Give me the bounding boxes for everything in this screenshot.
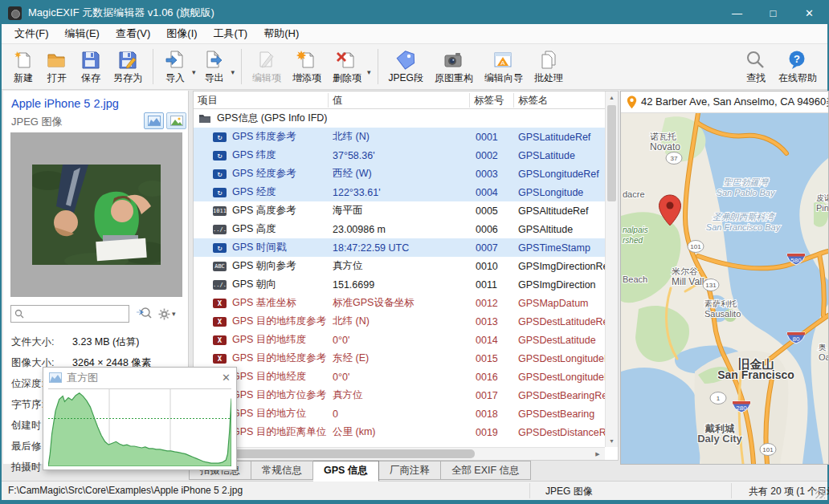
column-header-tagname[interactable]: 标签名 xyxy=(514,93,618,108)
add-item-button[interactable]: 增添项 xyxy=(288,47,326,87)
tag-value[interactable]: 真方位 xyxy=(329,388,470,402)
search-options-button[interactable]: ▾ xyxy=(158,308,176,320)
resize-grip[interactable] xyxy=(815,489,825,498)
table-row[interactable]: ↻GPS 时间戳18:47:22.59 UTC0007GPSTimeStamp xyxy=(194,238,618,257)
tag-value[interactable]: 0°0' xyxy=(329,335,470,346)
tab-4[interactable]: 厂商注释 xyxy=(379,461,441,480)
sidebar-search-box[interactable] xyxy=(10,305,129,323)
column-header-tagnum[interactable]: 标签号 xyxy=(470,93,514,108)
scroll-down-arrow[interactable]: ▼ xyxy=(606,435,618,447)
import-button[interactable]: 导入 xyxy=(159,47,191,87)
photo-thumbnail[interactable] xyxy=(10,132,182,297)
export-button[interactable]: 导出 xyxy=(198,47,231,87)
tag-number: 0006 xyxy=(470,224,514,235)
map-label: nalpais xyxy=(623,226,648,234)
table-row[interactable]: ↻GPS 纬度参考北纬 (N)0001GPSLatitudeRef xyxy=(194,128,618,146)
delete-item-dropdown-caret-icon[interactable]: ▾ xyxy=(367,68,371,76)
tag-value[interactable]: 真方位 xyxy=(329,259,470,273)
map-label: 101 xyxy=(762,446,774,453)
export-dropdown-caret-icon[interactable]: ▾ xyxy=(231,68,235,76)
histogram-toggle-button[interactable] xyxy=(144,112,164,129)
close-button[interactable]: ✕ xyxy=(791,2,827,24)
histogram-window[interactable]: 直方图 ✕ xyxy=(43,367,237,470)
saveas-button[interactable]: 另存为 xyxy=(108,47,147,87)
menu-item[interactable]: 工具(T) xyxy=(206,24,256,43)
online-help-button[interactable]: ?在线帮助 xyxy=(774,47,822,87)
vertical-scroll-thumb[interactable] xyxy=(607,105,616,201)
table-row[interactable]: ../..GPS 高度23.00986 m0006GPSAltitude xyxy=(194,220,618,238)
open-button[interactable]: 打开 xyxy=(41,47,73,87)
app-logo-icon xyxy=(8,6,22,20)
table-row[interactable]: ABCGPS 朝向参考真方位0010GPSImgDirectionRef xyxy=(194,257,618,275)
tag-value[interactable]: 23.00986 m xyxy=(329,224,470,235)
scroll-right-arrow[interactable]: ▶ xyxy=(592,448,603,460)
tag-value[interactable]: 151.6699 xyxy=(329,279,470,291)
tag-number: 0018 xyxy=(470,408,514,420)
table-row[interactable]: 1011.GPS 高度参考海平面0005GPSAltitudeRef xyxy=(194,201,618,220)
table-row[interactable]: XGPS 目的地纬度参考北纬 (N)0013GPSDestLatitudeRef xyxy=(194,312,618,331)
tab-5[interactable]: 全部 EXIF 信息 xyxy=(441,461,531,480)
search-icon xyxy=(14,309,24,319)
table-row[interactable]: ↻GPS 纬度37°58.36'0002GPSLatitude xyxy=(194,146,618,165)
menu-item[interactable]: 查看(V) xyxy=(108,24,158,43)
save-button[interactable]: 保存 xyxy=(75,47,107,87)
wizard-button[interactable]: A编辑向导 xyxy=(480,47,528,87)
tag-value[interactable]: 18:47:22.59 UTC xyxy=(329,242,470,254)
tag-value[interactable]: 北纬 (N) xyxy=(329,315,470,328)
table-row[interactable]: ↻GPS 经度122°33.61'0004GPSLongitude xyxy=(194,183,618,201)
table-row[interactable]: XGPS 目的地纬度0°0'0014GPSDestLatitude xyxy=(194,331,618,349)
vertical-scrollbar[interactable]: ▲ ▼ xyxy=(605,91,618,447)
tag-value[interactable]: 西经 (W) xyxy=(329,167,470,181)
tag-value[interactable]: 北纬 (N) xyxy=(329,130,470,144)
scroll-up-arrow[interactable]: ▲ xyxy=(606,91,618,104)
map-image[interactable]: 诺瓦托Novato聖巴勃羅灣San Pablo Baydacre圣弗朗西斯科湾S… xyxy=(621,113,828,464)
table-header[interactable]: 项目 值 标签号 标签名 xyxy=(194,91,618,109)
table-row[interactable]: XGPS 目的地方位参考真方位0017GPSDestBearingRef xyxy=(194,386,618,404)
tag-name: GPSDestLatitudeRef xyxy=(514,316,618,327)
menu-item[interactable]: 图像(I) xyxy=(158,24,205,43)
group-row[interactable]: GPS信息 (GPS Info IFD) xyxy=(194,109,618,128)
minimize-button[interactable]: — xyxy=(719,2,755,24)
column-header-item[interactable]: 项目 xyxy=(194,93,329,108)
table-row[interactable]: ↻GPS 经度参考西经 (W)0003GPSLongitudeRef xyxy=(194,165,618,183)
maximize-button[interactable]: □ xyxy=(755,2,791,24)
tag-value[interactable]: 37°58.36' xyxy=(329,150,470,161)
tag-value[interactable]: 0°0' xyxy=(329,372,470,383)
new-button[interactable]: 新建 xyxy=(7,47,39,87)
rebuild-button[interactable]: 原图重构 xyxy=(430,47,478,87)
table-row[interactable]: XGPS 基准坐标标准GPS设备坐标0012GPSMapDatum xyxy=(194,294,618,312)
tag-value[interactable]: 东经 (E) xyxy=(329,352,470,365)
menu-item[interactable]: 帮助(H) xyxy=(255,24,307,43)
table-row[interactable]: XGPS 目的地距离单位公里 (km)0019GPSDestDistanceRe… xyxy=(194,423,618,441)
tag-value[interactable]: 公里 (km) xyxy=(329,425,470,439)
delete-item-button[interactable]: 删除项 xyxy=(328,47,366,87)
menu-item[interactable]: 文件(F) xyxy=(6,24,57,43)
tag-value[interactable]: 标准GPS设备坐标 xyxy=(329,296,470,310)
table-row[interactable]: XGPS 目的地经度参考东经 (E)0015GPSDestLongitudeRe… xyxy=(194,349,618,368)
menu-item[interactable]: 编辑(E) xyxy=(57,24,108,43)
tag-value[interactable]: 122°33.61' xyxy=(329,187,470,198)
title-bar[interactable]: MagicEXIF 元数据编辑器 v1.06 (旗舰版) — □ ✕ xyxy=(2,2,827,24)
tag-value[interactable]: 0 xyxy=(329,408,470,420)
search-input[interactable] xyxy=(24,308,125,319)
histogram-titlebar[interactable]: 直方图 ✕ xyxy=(43,368,236,388)
address-bar: 42 Barber Ave, San Anselmo, CA 94960美国 xyxy=(621,91,828,113)
map-view[interactable]: 诺瓦托Novato聖巴勃羅灣San Pablo Baydacre圣弗朗西斯科湾S… xyxy=(621,113,828,464)
table-row[interactable]: ../..GPS 朝向151.66990011GPSImgDirection xyxy=(194,275,618,294)
table-row[interactable]: XGPS 目的地方位00018GPSDestBearing xyxy=(194,404,618,423)
column-header-value[interactable]: 值 xyxy=(329,93,470,108)
histogram-title: 直方图 xyxy=(67,371,98,385)
preview-toggle-button[interactable] xyxy=(166,112,186,129)
tag-value[interactable]: 海平面 xyxy=(329,204,470,217)
find-button[interactable]: 查找 xyxy=(740,47,772,87)
import-dropdown-caret-icon[interactable]: ▾ xyxy=(192,68,196,76)
search-go-button[interactable] xyxy=(136,307,152,322)
jpeg-seg-button[interactable]: JPEG段 xyxy=(384,47,428,87)
tab-2[interactable]: 常规信息 xyxy=(251,461,313,480)
horizontal-scroll-thumb[interactable] xyxy=(195,449,475,458)
table-row[interactable]: XGPS 目的地经度0°0'0016GPSDestLongitudeRef xyxy=(194,368,618,386)
batch-button[interactable]: 批处理 xyxy=(529,47,568,87)
horizontal-scrollbar[interactable]: ▶ xyxy=(194,447,605,460)
histogram-close-icon[interactable]: ✕ xyxy=(222,372,231,384)
tab-active-3[interactable]: GPS 信息 xyxy=(313,461,379,482)
